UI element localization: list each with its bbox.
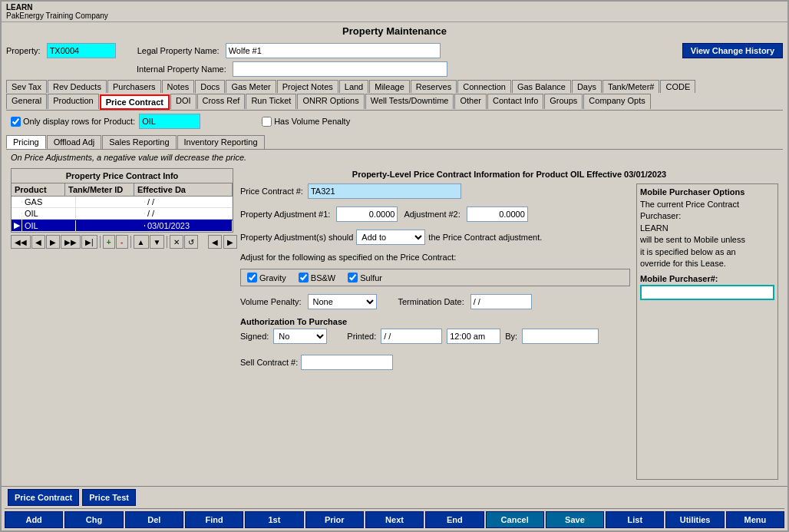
tab-connection[interactable]: Connection xyxy=(457,80,511,93)
mobile-purchaser-input[interactable] xyxy=(640,285,774,300)
adj1-input[interactable] xyxy=(336,207,398,222)
1st-btn[interactable]: 1st xyxy=(245,511,303,528)
chg-btn[interactable]: Chg xyxy=(64,511,123,528)
col-effective-date: Effective Da xyxy=(134,183,233,196)
price-contract-btn[interactable]: Price Contract xyxy=(8,489,79,506)
price-contract-input[interactable] xyxy=(308,183,461,199)
product-filter-checkbox[interactable] xyxy=(11,117,21,127)
inner-tab-sales-reporting[interactable]: Sales Reporting xyxy=(102,135,176,149)
sulfur-label: Sulfur xyxy=(360,273,382,283)
by-input[interactable] xyxy=(522,329,599,344)
cancel-btn[interactable]: Cancel xyxy=(486,511,544,528)
tab-cross-ref[interactable]: Cross Ref xyxy=(197,94,246,109)
adj2-input[interactable] xyxy=(467,207,528,222)
sulfur-check: Sulfur xyxy=(348,273,382,283)
end-btn[interactable]: End xyxy=(425,511,484,528)
tab-docs[interactable]: Docs xyxy=(195,80,225,93)
tab-company-opts[interactable]: Company Opts xyxy=(583,94,650,109)
nav-last-btn[interactable]: ▶▶ xyxy=(61,235,81,249)
tab-purchasers[interactable]: Purchasers xyxy=(107,80,161,93)
save-btn[interactable]: Save xyxy=(546,511,604,528)
bsw-checkbox[interactable] xyxy=(299,273,309,283)
product-filter-input[interactable] xyxy=(139,114,200,129)
volume-penalty-dropdown[interactable]: None xyxy=(308,294,377,309)
inner-tab-pricing[interactable]: Pricing xyxy=(6,135,46,149)
nav-cancel-btn[interactable]: ✕ xyxy=(170,235,183,249)
nav-end-btn[interactable]: ▶| xyxy=(81,235,97,249)
sulfur-checkbox[interactable] xyxy=(348,273,358,283)
tab-other[interactable]: Other xyxy=(454,94,487,109)
signed-dropdown[interactable]: No Yes xyxy=(273,329,327,344)
grid-tank-gas xyxy=(76,201,145,203)
property-input[interactable] xyxy=(47,43,116,58)
nav-add-btn[interactable]: + xyxy=(103,235,115,249)
right-main: Price Contract #: Property Adjustment #1… xyxy=(240,183,630,480)
tab-reserves[interactable]: Reserves xyxy=(411,80,457,93)
grid-row-oil1[interactable]: OIL / / xyxy=(12,208,233,220)
scroll-left-btn[interactable]: ◀ xyxy=(208,235,222,249)
left-panel-nav: ◀◀ ◀ ▶ ▶▶ ▶| + - ▲ ▼ ✕ ↺ xyxy=(11,235,237,249)
price-contract-row: Price Contract #: xyxy=(240,183,630,199)
grid-row-gas[interactable]: GAS / / xyxy=(12,197,233,208)
price-test-btn[interactable]: Price Test xyxy=(82,489,136,506)
list-btn[interactable]: List xyxy=(606,511,664,528)
inner-tab-inventory-reporting[interactable]: Inventory Reporting xyxy=(177,135,265,149)
toolbar-row: Add Chg Del Find 1st Prior Next End Canc… xyxy=(5,508,784,528)
add-btn[interactable]: Add xyxy=(5,511,63,528)
tab-contact-info[interactable]: Contact Info xyxy=(487,94,543,109)
tab-doi[interactable]: DOI xyxy=(170,94,196,109)
sell-input[interactable] xyxy=(301,355,393,370)
tab-groups[interactable]: Groups xyxy=(544,94,583,109)
nav-first-btn[interactable]: ◀◀ xyxy=(11,235,31,249)
scroll-right-btn[interactable]: ▶ xyxy=(223,235,237,249)
tab-gas-balance[interactable]: Gas Balance xyxy=(512,80,571,93)
tab-code[interactable]: CODE xyxy=(660,80,695,93)
tab-production[interactable]: Production xyxy=(48,94,99,109)
nav-prev-btn[interactable]: ◀ xyxy=(31,235,45,249)
tab-run-ticket[interactable]: Run Ticket xyxy=(246,94,296,109)
tab-onrr-options[interactable]: ONRR Options xyxy=(297,94,364,109)
menu-btn[interactable]: Menu xyxy=(726,511,784,528)
legal-name-input[interactable] xyxy=(226,43,441,58)
signed-label: Signed: xyxy=(240,332,269,341)
tab-land[interactable]: Land xyxy=(339,80,368,93)
tab-rev-deducts[interactable]: Rev Deducts xyxy=(48,80,107,93)
volume-penalty-checkbox[interactable] xyxy=(262,117,272,127)
nav-up-btn[interactable]: ▲ xyxy=(134,235,149,249)
should-dropdown[interactable]: Add to Replace Subtract from xyxy=(356,230,425,245)
gravity-checkbox[interactable] xyxy=(247,273,257,283)
del-btn[interactable]: Del xyxy=(125,511,183,528)
nav-refresh-btn[interactable]: ↺ xyxy=(184,235,198,249)
mobile-purchaser-label: Mobile Purchaser#: xyxy=(640,274,774,283)
internal-name-input[interactable] xyxy=(233,61,447,77)
grid-row-oil2[interactable]: ▶ OIL 03/01/2023 xyxy=(12,220,233,232)
tab-gas-meter[interactable]: Gas Meter xyxy=(226,80,276,93)
nav-del-btn[interactable]: - xyxy=(116,235,128,249)
termination-input[interactable] xyxy=(470,294,532,309)
prior-btn[interactable]: Prior xyxy=(305,511,364,528)
inner-tab-offload-adj[interactable]: Offload Adj xyxy=(47,135,102,149)
tab-well-tests[interactable]: Well Tests/Downtime xyxy=(365,94,454,109)
tab-mileage[interactable]: Mileage xyxy=(369,80,410,93)
grid-product-oil2: OIL xyxy=(22,220,76,231)
tab-notes[interactable]: Notes xyxy=(162,80,195,93)
tab-days[interactable]: Days xyxy=(572,80,602,93)
tab-project-notes[interactable]: Project Notes xyxy=(277,80,338,93)
tab-price-contract[interactable]: Price Contract xyxy=(100,94,170,110)
tab-general[interactable]: General xyxy=(6,94,47,109)
grid-product-gas: GAS xyxy=(22,197,76,207)
tab-tank-meter[interactable]: Tank/Meter# xyxy=(602,80,660,93)
grid-tank-oil2 xyxy=(76,225,145,226)
tab-sev-tax[interactable]: Sev Tax xyxy=(6,80,47,93)
utilities-btn[interactable]: Utilities xyxy=(665,511,724,528)
find-btn[interactable]: Find xyxy=(185,511,243,528)
bottom-btn-row: Price Contract Price Test xyxy=(5,489,784,506)
nav-down-btn[interactable]: ▼ xyxy=(150,235,165,249)
view-history-button[interactable]: View Change History xyxy=(682,43,783,58)
next-btn[interactable]: Next xyxy=(365,511,424,528)
grid-arrow-oil1 xyxy=(12,213,22,214)
time-input[interactable] xyxy=(447,329,500,344)
printed-input[interactable] xyxy=(381,329,442,344)
nav-next-btn[interactable]: ▶ xyxy=(46,235,60,249)
tabs-row1: Sev Tax Rev Deducts Purchasers Notes Doc… xyxy=(6,80,783,93)
